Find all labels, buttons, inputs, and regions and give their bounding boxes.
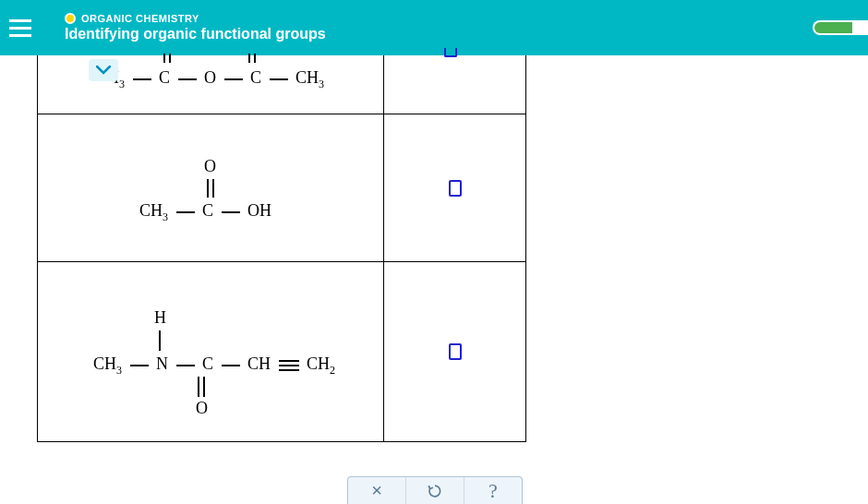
atom-h: H (154, 308, 166, 328)
atom-o: O (204, 157, 216, 176)
answer-cell (384, 55, 525, 114)
atom-o: O (196, 399, 208, 418)
formula-row-3: CH3 N C CH CH2 (93, 354, 335, 378)
answer-cell (384, 262, 525, 441)
molecule-table: I3 C O C CH3 O CH3 (37, 55, 526, 442)
double-bond-icon (198, 377, 205, 397)
double-bond-icon (248, 54, 256, 63)
category-text: ORGANIC CHEMISTRY (81, 13, 199, 24)
top-bar: ORGANIC CHEMISTRY Identifying organic fu… (0, 0, 868, 55)
menu-icon[interactable] (9, 14, 37, 42)
table-row: H CH3 N C CH CH2 O (38, 261, 525, 441)
formula-row-2: CH3 C OH (139, 201, 271, 224)
fragment-oh: OH (247, 201, 271, 220)
atom-n: N (156, 354, 168, 373)
atom-c: C (202, 354, 213, 373)
undo-icon (426, 482, 444, 500)
atom-c: C (250, 68, 261, 87)
answer-cell (384, 114, 525, 261)
structure-cell: O CH3 C OH (38, 114, 384, 261)
formula-row-1: I3 C O C CH3 (114, 68, 324, 91)
action-bar: × ? (347, 476, 523, 504)
single-bond-icon (159, 330, 161, 351)
fragment-ch: CH (247, 354, 271, 373)
double-bond-icon (163, 54, 171, 63)
triple-bond-icon (279, 360, 299, 371)
table-row: O CH3 C OH (38, 114, 525, 261)
fragment-ch3: CH3 (139, 201, 168, 220)
category-line: ORGANIC CHEMISTRY (65, 13, 326, 24)
close-button[interactable]: × (348, 477, 405, 504)
help-button[interactable]: ? (464, 477, 522, 504)
help-icon: ? (488, 479, 498, 503)
category-dot-icon (65, 13, 76, 24)
checkbox-row-3[interactable] (449, 343, 462, 360)
chevron-down-icon[interactable] (89, 59, 118, 81)
atom-c: C (159, 68, 170, 87)
structure-cell: H CH3 N C CH CH2 O (38, 262, 384, 441)
table-row: I3 C O C CH3 (38, 55, 525, 114)
title-block: ORGANIC CHEMISTRY Identifying organic fu… (65, 13, 326, 42)
content-area: I3 C O C CH3 O CH3 (0, 55, 868, 442)
checkbox-row-2[interactable] (449, 180, 462, 197)
double-bond-icon (207, 179, 214, 198)
page-title: Identifying organic functional groups (65, 26, 326, 42)
progress-indicator (813, 20, 868, 35)
fragment-ch3: CH3 (93, 354, 122, 373)
structure-cell: I3 C O C CH3 (38, 55, 384, 114)
fragment-ch3: CH3 (295, 68, 324, 87)
close-icon: × (371, 480, 382, 501)
atom-o: O (204, 68, 216, 87)
atom-c: C (202, 201, 213, 220)
fragment-ch2: CH2 (307, 354, 335, 373)
undo-button[interactable] (405, 477, 464, 504)
